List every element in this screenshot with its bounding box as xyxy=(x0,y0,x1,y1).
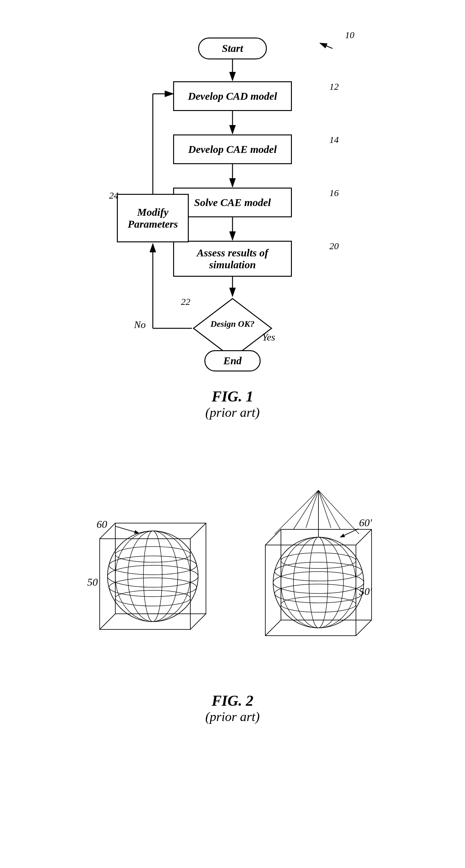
fig2-section: 50 60 xyxy=(0,439,465,743)
modify-label: Modify Parameters xyxy=(118,206,188,230)
develop-cae-box: Develop CAE model xyxy=(173,134,292,164)
svg-line-39 xyxy=(356,620,372,636)
ref-cad: 12 xyxy=(329,81,339,92)
svg-line-38 xyxy=(356,529,372,545)
fig2-right-svg: 50' 60' xyxy=(243,479,393,667)
page: Start 10 Develop CAD model 12 Develop CA… xyxy=(0,0,465,868)
svg-point-49 xyxy=(281,597,356,612)
fig2-container: 50 60 xyxy=(61,464,404,683)
ref-cae: 14 xyxy=(329,134,339,145)
svg-line-12 xyxy=(320,43,332,49)
svg-line-40 xyxy=(265,620,281,636)
yes-label: Yes xyxy=(262,332,275,343)
svg-line-32 xyxy=(115,526,139,533)
svg-text:60: 60 xyxy=(97,519,107,530)
svg-point-44 xyxy=(281,537,356,628)
svg-point-42 xyxy=(309,537,328,628)
start-box: Start xyxy=(198,37,267,59)
svg-point-24 xyxy=(115,531,190,622)
end-label: End xyxy=(224,355,242,367)
svg-point-25 xyxy=(107,531,198,622)
start-label: Start xyxy=(222,42,243,54)
cad-label: Develop CAD model xyxy=(188,90,277,102)
end-box: End xyxy=(204,350,261,371)
solve-label: Solve CAE model xyxy=(194,197,271,209)
develop-cad-box: Develop CAD model xyxy=(173,81,292,111)
svg-point-29 xyxy=(115,590,190,606)
ref-10: 10 xyxy=(345,30,354,40)
cae-label: Develop CAE model xyxy=(188,144,276,155)
svg-point-22 xyxy=(143,531,162,622)
svg-line-51 xyxy=(275,490,319,534)
svg-point-43 xyxy=(293,537,343,628)
svg-point-41 xyxy=(273,571,364,593)
svg-line-52 xyxy=(293,490,319,529)
svg-line-18 xyxy=(190,523,206,539)
ref-solve: 16 xyxy=(329,188,339,198)
flowchart-container: Start 10 Develop CAD model 12 Develop CA… xyxy=(92,19,373,378)
ref-modify: 24 xyxy=(109,190,119,201)
svg-line-57 xyxy=(319,490,359,534)
svg-line-60 xyxy=(340,529,359,537)
svg-line-53 xyxy=(306,490,319,528)
svg-point-23 xyxy=(128,531,178,622)
no-label: No xyxy=(134,319,145,331)
fig2-left: 50 60 xyxy=(72,479,222,667)
svg-point-45 xyxy=(273,537,364,628)
fig2-right: 50' 60' xyxy=(243,479,393,667)
fig2-caption: FIG. 2 (prior art) xyxy=(205,692,260,724)
svg-point-46 xyxy=(281,553,356,568)
svg-point-26 xyxy=(115,547,190,562)
svg-line-20 xyxy=(100,614,115,629)
assess-label: Assess results of simulation xyxy=(174,247,291,271)
svg-text:50: 50 xyxy=(87,576,98,588)
solve-cae-box: Solve CAE model xyxy=(173,188,292,217)
svg-line-19 xyxy=(190,614,206,629)
fig2-left-svg: 50 60 xyxy=(72,479,222,667)
fig2-title: FIG. 2 xyxy=(205,692,260,709)
svg-line-37 xyxy=(265,529,281,545)
svg-text:60': 60' xyxy=(359,517,372,528)
fig1-subtitle: (prior art) xyxy=(205,405,260,420)
svg-text:Design OK?: Design OK? xyxy=(210,319,255,329)
fig1-caption: FIG. 1 (prior art) xyxy=(205,388,260,420)
fig1-section: Start 10 Develop CAD model 12 Develop CA… xyxy=(0,0,465,439)
modify-params-box: Modify Parameters xyxy=(117,194,189,242)
fig2-subtitle: (prior art) xyxy=(205,709,260,724)
svg-text:50': 50' xyxy=(359,586,372,597)
fig1-title: FIG. 1 xyxy=(205,388,260,405)
ref-assess: 20 xyxy=(329,241,339,251)
assess-results-box: Assess results of simulation xyxy=(173,241,292,277)
ref-diamond: 22 xyxy=(181,297,190,307)
svg-point-21 xyxy=(107,565,198,587)
